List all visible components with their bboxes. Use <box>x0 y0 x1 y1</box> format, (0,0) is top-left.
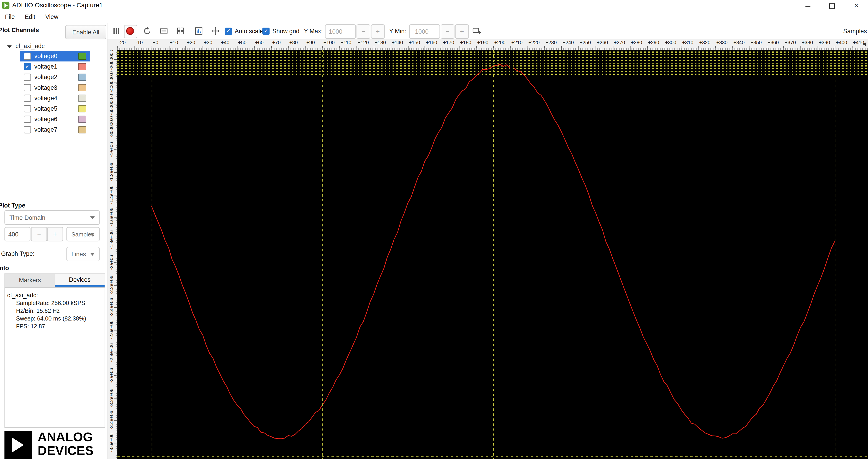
x-tick-label: +30 <box>204 40 212 45</box>
x-tick-label: +240 <box>562 40 574 45</box>
channel-color-swatch[interactable] <box>78 95 86 102</box>
new-plot-icon[interactable] <box>472 27 481 35</box>
tab-devices[interactable]: Devices <box>55 274 105 287</box>
plot-type-dropdown[interactable]: Time Domain <box>4 210 99 224</box>
x-tick-mark <box>835 46 835 50</box>
y-max-decrement-button[interactable]: − <box>356 24 370 39</box>
y-max-increment-button[interactable]: + <box>371 24 385 39</box>
channel-color-swatch[interactable] <box>78 105 86 113</box>
y-min-label: Y Min: <box>389 28 406 34</box>
y-min-input[interactable]: -1000 <box>409 24 440 39</box>
device-tree-header[interactable]: cf_axi_adc <box>0 42 107 52</box>
x-tick-label: +220 <box>528 40 539 45</box>
y-min-decrement-button[interactable]: − <box>441 24 455 39</box>
channel-row-voltage6[interactable]: voltage6 <box>0 114 107 125</box>
plot-canvas[interactable] <box>117 50 868 459</box>
grid-blocks-icon[interactable] <box>176 27 185 35</box>
sample-count-increment-button[interactable]: + <box>47 227 63 241</box>
channel-color-swatch[interactable] <box>78 73 86 81</box>
x-tick-label: +20 <box>187 40 195 45</box>
tab-markers[interactable]: Markers <box>5 274 55 287</box>
channel-checkbox-voltage4[interactable] <box>24 95 31 102</box>
x-tick-label: +90 <box>306 40 315 45</box>
y-tick-label: -2e+06 <box>108 255 114 270</box>
x-tick-mark <box>818 46 818 50</box>
x-tick-mark <box>305 46 306 50</box>
x-tick-label: +280 <box>631 40 642 45</box>
x-tick-mark <box>510 46 511 50</box>
menu-file[interactable]: File <box>0 11 20 22</box>
channel-color-swatch[interactable] <box>78 63 86 70</box>
channel-checkbox-voltage1[interactable] <box>24 63 31 70</box>
channel-checkbox-voltage2[interactable] <box>24 73 31 81</box>
graph-type-dropdown[interactable]: Lines <box>66 247 100 261</box>
channel-row-voltage5[interactable]: voltage5 <box>0 103 107 114</box>
y-tick-label: -3.4e+06 <box>108 411 114 430</box>
x-tick-mark <box>134 46 135 50</box>
x-tick-mark <box>801 46 801 50</box>
close-button[interactable]: × <box>845 0 868 11</box>
sample-count-decrement-button[interactable]: − <box>31 227 47 241</box>
channel-row-voltage4[interactable]: voltage4 <box>0 93 107 103</box>
channel-checkbox-voltage0[interactable] <box>24 53 31 60</box>
tree-expander-icon[interactable] <box>7 45 11 48</box>
y-tick-mark <box>114 398 118 398</box>
titlebar: ADI IIO Oscilloscope - Capture1 × <box>0 0 868 11</box>
auto-scale-checkbox[interactable] <box>225 28 232 35</box>
y-tick-mark <box>114 263 118 263</box>
capture-content: Auto scale Show grid Y Max: 1000 − + Y M… <box>107 23 868 459</box>
channel-color-swatch[interactable] <box>78 126 86 133</box>
y-max-label: Y Max: <box>304 28 323 34</box>
display-line-icon[interactable] <box>159 27 168 35</box>
chart-measure-icon[interactable] <box>194 27 203 35</box>
device-info-line: Sweep: 64.00 ms (82.38%) <box>16 315 104 322</box>
panel-toggle-icon[interactable] <box>112 27 121 35</box>
show-grid-checkbox[interactable] <box>262 28 270 35</box>
enable-all-button[interactable]: Enable All <box>65 25 106 39</box>
channel-row-voltage7[interactable]: voltage7 <box>0 125 107 135</box>
app-window: ADI IIO Oscilloscope - Capture1 × FileEd… <box>0 0 868 459</box>
x-tick-label: +80 <box>289 40 298 45</box>
channel-checkbox-voltage3[interactable] <box>24 84 31 91</box>
channel-color-swatch[interactable] <box>78 116 86 123</box>
y-tick-label: -3.6e+06 <box>108 433 114 452</box>
x-tick-mark <box>425 46 425 50</box>
channel-color-swatch[interactable] <box>78 84 86 91</box>
channel-row-voltage3[interactable]: voltage3 <box>0 83 107 93</box>
minimize-button[interactable] <box>796 0 819 11</box>
sample-unit-dropdown[interactable]: Samples <box>66 227 100 241</box>
x-tick-label: +230 <box>546 40 557 45</box>
sample-unit-value: Samples <box>71 231 94 237</box>
channel-label: voltage2 <box>34 73 57 80</box>
channel-color-swatch[interactable] <box>78 53 86 60</box>
channel-checkbox-voltage6[interactable] <box>24 116 31 123</box>
x-tick-label: +290 <box>648 40 659 45</box>
y-max-input[interactable]: 1000 <box>325 24 356 39</box>
x-tick-mark <box>391 46 391 50</box>
y-min-increment-button[interactable]: + <box>455 24 469 39</box>
menu-view[interactable]: View <box>40 11 63 22</box>
channel-checkbox-voltage7[interactable] <box>24 126 31 133</box>
y-tick-mark <box>114 127 118 127</box>
move-icon[interactable] <box>211 27 220 35</box>
x-tick-label: +160 <box>426 40 437 45</box>
x-tick-label: +400 <box>836 40 847 45</box>
channel-checkbox-voltage5[interactable] <box>24 105 31 113</box>
x-tick-mark <box>852 46 852 50</box>
x-tick-label: +130 <box>375 40 386 45</box>
maximize-button[interactable] <box>820 0 844 11</box>
auto-scale-label: Auto scale <box>235 28 263 34</box>
channel-row-voltage0[interactable]: voltage0 <box>0 51 107 62</box>
channel-row-voltage2[interactable]: voltage2 <box>0 72 107 83</box>
x-tick-label: +190 <box>477 40 488 45</box>
graph-type-label: Graph Type: <box>1 250 35 257</box>
y-tick-label: -2.4e+06 <box>108 298 114 317</box>
channel-row-voltage1[interactable]: voltage1 <box>0 62 107 72</box>
channel-label: voltage7 <box>34 126 57 133</box>
menu-edit[interactable]: Edit <box>20 11 40 22</box>
y-tick-mark <box>114 443 118 443</box>
sample-count-input[interactable]: 400 <box>4 227 30 241</box>
record-capture-button[interactable] <box>124 25 137 38</box>
y-tick-mark <box>114 172 118 173</box>
restart-icon[interactable] <box>143 27 152 35</box>
